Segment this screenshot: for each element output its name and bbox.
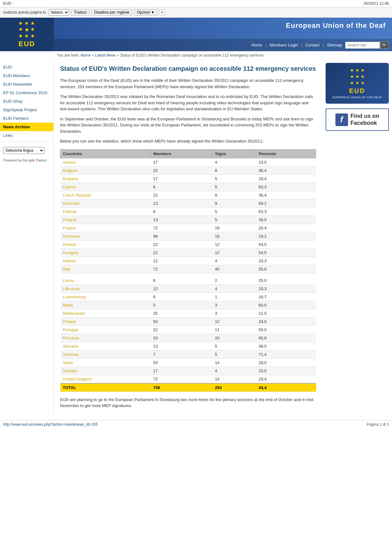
cell-percents: 60,6: [256, 334, 316, 342]
language-select[interactable]: italiano: [49, 9, 69, 15]
traduci-text: Traduci: [35, 158, 47, 162]
cell-members: 17: [151, 158, 212, 166]
cell-country: Luxembourg: [60, 293, 151, 301]
search-button[interactable]: [381, 41, 389, 49]
nav-contact[interactable]: Contact: [303, 42, 322, 48]
article-paragraph-4: Below you can see the statistics, which …: [60, 138, 316, 144]
breadcrumb-home[interactable]: Home: [81, 53, 91, 58]
star-icon: ★: [24, 21, 29, 26]
cell-country: Hungary: [60, 248, 151, 257]
cell-percents: 25,0: [256, 277, 316, 285]
language-dropdown[interactable]: Seleziona lingua: [3, 147, 44, 154]
nav-home[interactable]: Home: [249, 42, 264, 48]
cell-signs: 5: [212, 207, 256, 216]
cell-country: Austria: [60, 158, 151, 166]
cell-percents: 16,7: [256, 293, 316, 301]
cell-members: 12: [151, 257, 212, 265]
cell-signs: 2: [212, 277, 256, 285]
cell-signs: 3: [212, 309, 256, 317]
table-row: Germany 99 19 19,2: [60, 232, 316, 240]
breadcrumb-latest-news[interactable]: Latest News: [95, 53, 116, 58]
badge-star: ★: [361, 74, 365, 79]
sidebar-item-eud-members[interactable]: EUD Members: [0, 71, 53, 80]
cell-members: 72: [151, 265, 212, 273]
cell-country: Spain: [60, 358, 151, 367]
cell-country: United Kingdom: [60, 375, 151, 383]
star-icon: ★: [30, 21, 35, 26]
badge-star: ★: [350, 68, 354, 73]
article-paragraph-2: The Written Declaration 35/2011 was init…: [60, 94, 316, 112]
main-content: Status of EUD's Written Declaration camp…: [54, 60, 322, 414]
cell-percents: 33,3: [256, 257, 316, 265]
article-title: Status of EUD's Written Declaration camp…: [60, 64, 316, 73]
cell-signs: 19: [212, 224, 256, 232]
sidebar-item-ep-sl-conference[interactable]: EP SL Conference 2010: [0, 88, 53, 97]
badge-subtitle: EUROPEAN UNION OF THE DEAF: [333, 96, 382, 99]
cell-signs: 11: [212, 326, 256, 334]
disable-translate-button[interactable]: Disattiva per: inglese: [91, 9, 132, 15]
main-layout: EUD EUD Members EUD Newsletter EP SL Con…: [0, 60, 392, 414]
sidebar-item-eud[interactable]: EUD: [0, 63, 53, 71]
cell-members: 7: [151, 350, 212, 358]
cell-members: 6: [151, 207, 212, 216]
table-row: Estonia 6 5 83,3: [60, 207, 316, 216]
facebook-label: Facebook: [351, 120, 379, 127]
total-members: 735: [151, 383, 212, 392]
cell-members: 22: [151, 166, 212, 174]
badge-eud-text: EUD: [349, 87, 365, 94]
col-members: Members: [151, 149, 212, 158]
cell-signs: 14: [212, 375, 256, 383]
cell-members: 17: [151, 174, 212, 183]
sidebar-item-news-archive[interactable]: News Archive: [0, 123, 53, 131]
nav-sitemap[interactable]: Sitemap: [325, 42, 344, 48]
cell-percents: 19,2: [256, 232, 316, 240]
sidebar-item-eud-newsletter[interactable]: EUD Newsletter: [0, 80, 53, 88]
options-button[interactable]: Opzioni ▼: [134, 9, 157, 15]
sidebar-separator: [0, 142, 53, 142]
cell-country: Latvia: [60, 277, 151, 285]
cell-percents: 54,5: [256, 248, 316, 257]
badge-star: ★: [355, 68, 359, 73]
table-row: Bulgaria 17 5 29,4: [60, 174, 316, 183]
close-translate-button[interactable]: ✕: [159, 9, 165, 15]
cell-country: Ireland: [60, 257, 151, 265]
mep-statistics-table: Countries Members Signs Percents Austria…: [60, 149, 316, 392]
badge-star: ★: [361, 68, 365, 73]
cell-members: 17: [151, 367, 212, 375]
cell-members: 8: [151, 277, 212, 285]
sidebar: EUD EUD Members EUD Newsletter EP SL Con…: [0, 60, 54, 414]
cell-country: Italy: [60, 265, 151, 273]
star-icon: ★: [30, 33, 35, 39]
table-total-row: TOTAL 735 253 34,4: [60, 383, 316, 392]
cell-signs: 9: [212, 199, 256, 207]
page-info: Pagina 1 di 3: [367, 422, 389, 427]
facebook-box[interactable]: f Find us on Facebook: [326, 108, 389, 131]
total-signs: 253: [212, 383, 256, 392]
table-row: Spain 50 14 28,0: [60, 358, 316, 367]
cell-percents: 23,5: [256, 158, 316, 166]
table-row: Luxembourg 6 1 16,7: [60, 293, 316, 301]
cell-country: Lithuania: [60, 284, 151, 293]
cell-signs: 5: [212, 183, 256, 191]
sidebar-item-eud-partners[interactable]: EUD Partners: [0, 114, 53, 123]
cell-country: France: [60, 224, 151, 232]
cell-percents: 83,3: [256, 207, 316, 216]
cell-members: 25: [151, 309, 212, 317]
cell-country: Poland: [60, 317, 151, 326]
sidebar-item-eud-shop[interactable]: EUD Shop: [0, 97, 53, 106]
translate-button[interactable]: Traduci: [71, 9, 89, 15]
translate-label: sualizza questa pagina in:: [3, 10, 47, 15]
sidebar-item-links[interactable]: Links: [0, 131, 53, 140]
cell-signs: 8: [212, 191, 256, 199]
cell-percents: 29,4: [256, 174, 316, 183]
search-input[interactable]: [345, 42, 380, 49]
facebook-icon: f: [335, 113, 348, 126]
site-logo: ★ ★ ★ ★ ★ ★ ★ ★ ★ EUD: [0, 18, 54, 51]
badge-star: ★: [350, 80, 354, 85]
nav-members-login[interactable]: Members Login: [268, 42, 300, 48]
cell-signs: 3: [212, 301, 256, 309]
language-selector: Seleziona lingua: [0, 144, 53, 157]
cell-percents: 28,0: [256, 358, 316, 367]
sidebar-item-signspeak[interactable]: SignSpeak Project: [0, 106, 53, 114]
cell-percents: 36,4: [256, 166, 316, 174]
